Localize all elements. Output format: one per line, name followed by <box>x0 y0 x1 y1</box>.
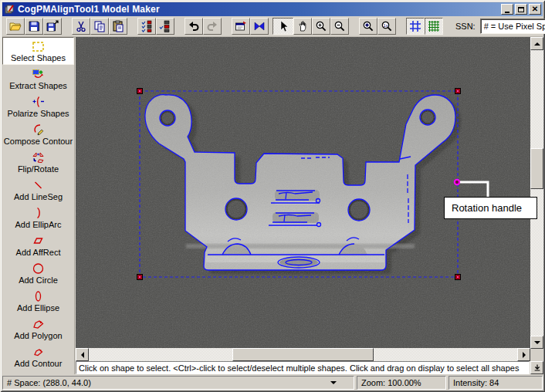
hint-message-bar: Click on shape to select. <Ctrl>-click t… <box>76 361 530 374</box>
sidebar-item-add-lineseg[interactable]: Add LineSeg <box>2 176 74 204</box>
grid-coarse-icon <box>408 19 422 33</box>
shape-checklist-a-button[interactable] <box>137 18 156 35</box>
ssn-combobox[interactable]: # = Use Pixel Space <box>480 19 545 34</box>
window-title: CogPMAlignTool1 Model Maker <box>18 4 499 15</box>
scroll-up-button[interactable] <box>530 37 543 50</box>
pointer-position-panel: # Space: (288.0, 44.0) <box>2 376 354 390</box>
app-window: CogPMAlignTool1 Model Maker ✕ <box>0 0 545 392</box>
close-button[interactable]: ✕ <box>529 4 541 15</box>
save-as-button[interactable] <box>43 18 62 35</box>
arrow-down-icon <box>534 341 540 344</box>
grid-coarse-button[interactable] <box>406 18 425 35</box>
grid-fine-icon <box>427 19 441 33</box>
save-button[interactable] <box>25 18 43 35</box>
checklist-red-icon <box>140 20 153 32</box>
select-shapes-icon <box>32 39 45 52</box>
sidebar-item-compose-contour[interactable]: Compose Contour <box>2 120 74 148</box>
sidebar-item-add-contour[interactable]: Add Contour <box>2 343 74 370</box>
hint-text: Click on shape to select. <Ctrl>-click t… <box>79 363 519 373</box>
open-folder-icon <box>8 20 22 32</box>
arrow-cursor-icon <box>277 20 289 32</box>
minimize-button[interactable] <box>501 4 513 15</box>
callout-text: Rotation handle <box>452 202 522 214</box>
sidebar-item-add-affrect[interactable]: Add AffRect <box>2 231 74 259</box>
sidebar-item-add-ellipse[interactable]: Add Ellipse <box>2 287 74 315</box>
sidebar-item-extract-shapes[interactable]: Extract Shapes <box>2 65 74 93</box>
sidebar-item-add-polygon[interactable]: Add Polygon <box>2 315 74 343</box>
rotation-handle[interactable] <box>455 180 459 184</box>
add-elliparc-icon <box>32 206 45 219</box>
horizontal-scrollbar[interactable] <box>76 348 530 361</box>
grid-fine-button[interactable] <box>425 18 443 35</box>
ssn-combobox-value: # = Use Pixel Space <box>481 22 545 31</box>
zoom-selection-button[interactable] <box>359 18 377 35</box>
zoom-panel: Zoom: 100.00% <box>357 376 446 390</box>
add-polygon-icon <box>32 317 45 330</box>
paste-icon <box>112 20 124 32</box>
rotation-handle-callout: Rotation handle <box>444 197 537 219</box>
shape-toolbox: Select Shapes Extract Shapes <box>2 37 75 374</box>
ssn-label: SSN: <box>455 22 476 31</box>
sidebar-item-polarize-shapes[interactable]: Polarize Shapes <box>2 93 74 120</box>
scroll-right-button[interactable] <box>517 348 530 361</box>
add-lineseg-icon <box>32 178 45 191</box>
add-contour-icon <box>32 345 45 358</box>
statusbar: # Space: (288.0, 44.0) Zoom: 100.00% Int… <box>2 376 543 390</box>
sidebar-item-flip-rotate[interactable]: Flip/Rotate <box>2 148 74 176</box>
polarize-shapes-icon <box>32 95 45 108</box>
scroll-left-button[interactable] <box>76 348 89 361</box>
extract-shapes-icon <box>32 67 45 80</box>
add-ellipse-icon <box>32 289 45 302</box>
scroll-down-button[interactable] <box>530 336 543 349</box>
paste-button[interactable] <box>109 18 127 35</box>
zoom-1x-icon: 1x <box>381 20 393 32</box>
zoom-out-button[interactable] <box>330 18 349 35</box>
vertical-scroll-thumb[interactable] <box>530 148 543 189</box>
message-expand-button[interactable] <box>530 361 543 374</box>
undo-icon <box>188 20 200 32</box>
sidebar-item-add-circle[interactable]: Add Circle <box>2 259 74 287</box>
pointer-tool-button[interactable] <box>272 18 293 35</box>
undo-button[interactable] <box>184 18 203 35</box>
cut-button[interactable] <box>72 18 90 35</box>
sidebar-item-add-elliparc[interactable]: Add EllipArc <box>2 204 74 231</box>
space-dropdown-button[interactable] <box>326 377 341 388</box>
arrow-left-icon <box>81 352 84 358</box>
chevron-down-icon <box>330 381 337 384</box>
pan-tool-button[interactable] <box>293 18 312 35</box>
expand-down-icon <box>533 363 542 373</box>
link-button[interactable] <box>250 18 269 35</box>
canvas-area: Rotation handle Click on shape to select… <box>76 37 543 374</box>
properties-dialog-icon <box>235 20 247 32</box>
checklist-black-icon <box>159 20 171 32</box>
zoom-in-icon <box>315 20 327 32</box>
titlebar[interactable]: CogPMAlignTool1 Model Maker ✕ <box>2 2 543 16</box>
model-image <box>76 37 530 348</box>
zoom-star-icon <box>362 20 374 32</box>
open-button[interactable] <box>6 18 25 35</box>
close-icon: ✕ <box>532 5 538 13</box>
compose-contour-icon <box>32 123 45 136</box>
sidebar-item-select-shapes[interactable]: Select Shapes <box>2 37 74 65</box>
arrow-right-icon <box>523 352 526 358</box>
add-circle-icon <box>32 262 45 275</box>
image-display[interactable] <box>76 37 530 348</box>
vertical-scrollbar[interactable] <box>530 37 543 349</box>
zoom-1x-button[interactable]: 1x <box>377 18 396 35</box>
hand-icon <box>296 20 309 32</box>
horizontal-scroll-thumb[interactable] <box>232 348 374 361</box>
app-icon <box>5 4 15 15</box>
arrow-up-icon <box>534 42 540 46</box>
properties-button[interactable] <box>232 18 250 35</box>
redo-button[interactable] <box>203 18 222 35</box>
copy-icon <box>93 20 106 32</box>
maximize-button[interactable] <box>515 4 527 15</box>
copy-button[interactable] <box>90 18 109 35</box>
maximize-icon <box>518 7 524 12</box>
add-affrect-icon <box>32 234 45 247</box>
redo-icon-disabled <box>206 20 218 32</box>
shape-checklist-b-button[interactable] <box>156 18 174 35</box>
scissors-icon <box>75 20 87 32</box>
zoom-in-button[interactable] <box>312 18 330 35</box>
pointer-position-text: # Space: (288.0, 44.0) <box>7 378 91 387</box>
